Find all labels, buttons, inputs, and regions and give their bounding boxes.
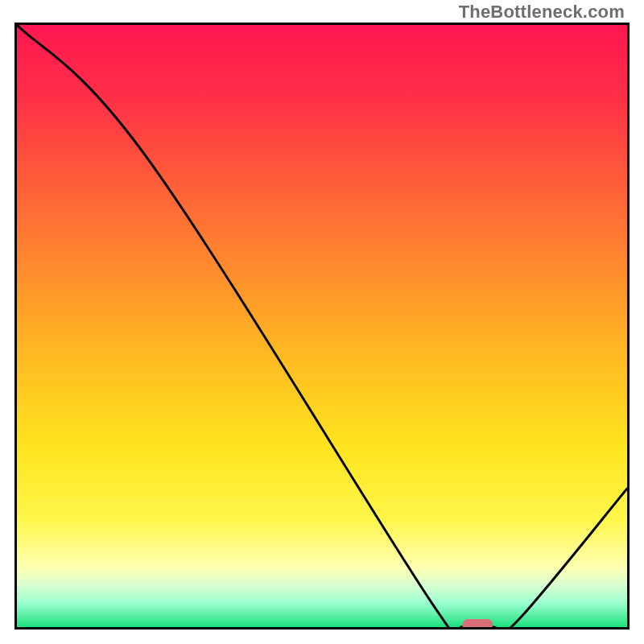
chart-box [14, 23, 630, 630]
chart-plot [17, 25, 627, 627]
gradient-fill [17, 25, 627, 627]
chart-stage: TheBottleneck.com [0, 0, 644, 644]
sweet-spot-marker [462, 619, 493, 627]
watermark-text: TheBottleneck.com [459, 2, 625, 23]
